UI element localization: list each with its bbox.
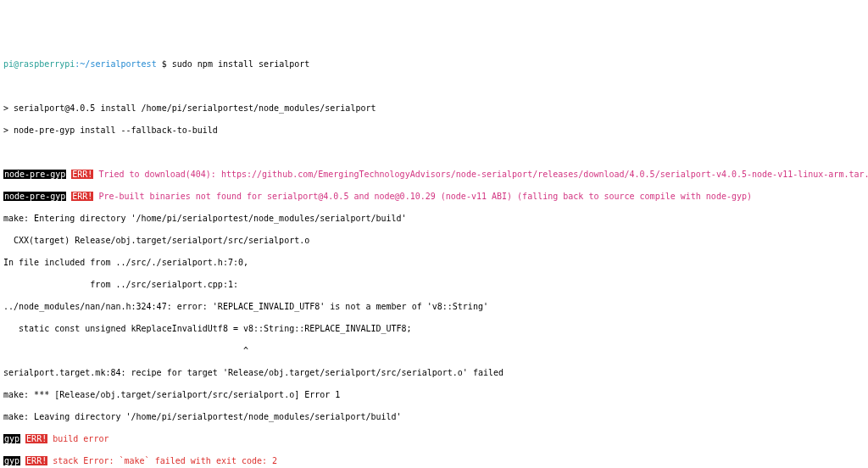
prompt-path: ~/serialportest [80,59,156,69]
prompt-line: pi@raspberrypi:~/serialportest $ sudo np… [3,58,868,70]
download-err: Tried to download(404): https://github.c… [98,170,868,179]
prebuilt-err: Pre-built binaries not found for serialp… [98,192,752,201]
prompt-user: pi [3,59,14,69]
make-leave: make: Leaving directory '/home/pi/serial… [3,411,868,422]
make-enter: make: Entering directory '/home/pi/seria… [3,213,868,224]
compile-error: ../node_modules/nan/nan.h:324:47: error:… [3,301,868,312]
install-line-2: > node-pre-gyp install --fallback-to-bui… [3,125,868,136]
install-line-1: > serialport@4.0.5 install /home/pi/seri… [3,103,868,114]
gyp-tag: gyp [3,434,20,443]
command-text: sudo npm install serialport [172,59,310,69]
err-tag: ERR! [71,170,93,179]
prompt-symbol: $ [162,59,167,69]
node-pre-gyp-tag: node-pre-gyp [3,170,66,179]
build-error: build error [53,434,108,443]
terminal-output: pi@raspberrypi:~/serialportest $ sudo np… [3,47,868,468]
prompt-host: raspberrypi [19,59,75,69]
